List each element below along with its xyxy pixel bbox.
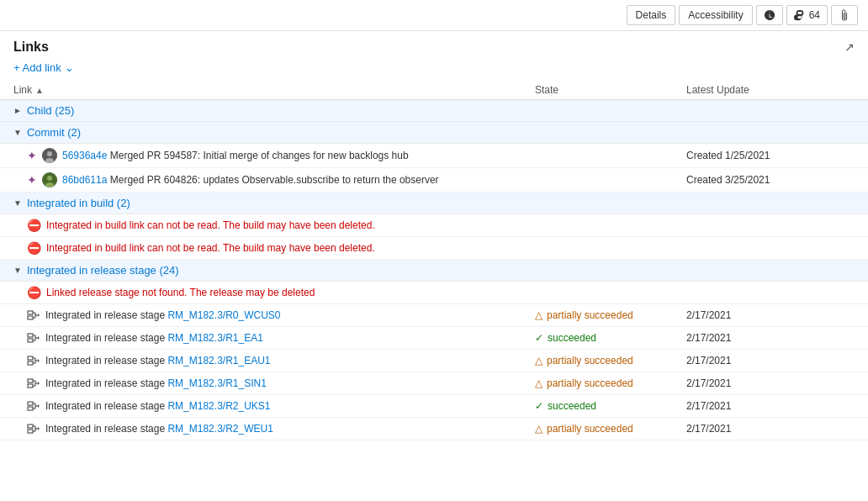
commit-date-2: Created 3/25/2021 bbox=[686, 174, 855, 186]
details-button[interactable]: Details bbox=[627, 5, 676, 25]
svg-rect-35 bbox=[28, 407, 33, 410]
svg-rect-21 bbox=[28, 361, 33, 365]
svg-rect-41 bbox=[28, 425, 33, 428]
table-content[interactable]: ► Child (25) ▼ Commit (2) ✦ bbox=[0, 100, 868, 494]
svg-marker-40 bbox=[38, 404, 40, 408]
svg-rect-28 bbox=[28, 384, 33, 388]
commit-date-1: Created 1/25/2021 bbox=[686, 150, 855, 161]
table-row: Integrated in release stage RM_M182.3/R2… bbox=[0, 395, 868, 418]
release-link-3[interactable]: RM_M182.3/R1_EAU1 bbox=[167, 355, 270, 367]
table-row: Integrated in release stage RM_M182.3/R1… bbox=[0, 372, 868, 395]
add-link-label: + Add link bbox=[13, 61, 61, 74]
chevron-down-icon[interactable]: ▼ bbox=[13, 198, 22, 208]
commit-text-2: 86bd611a Merged PR 604826: updates Obser… bbox=[62, 174, 439, 186]
commit-icon: ✦ bbox=[27, 173, 37, 187]
toolbar: Details Accessibility 64 bbox=[0, 0, 868, 31]
release-link-cell-1: Integrated in release stage RM_M182.3/R0… bbox=[13, 309, 535, 322]
release-link-1[interactable]: RM_M182.3/R0_WCUS0 bbox=[167, 309, 280, 321]
link-count: 64 bbox=[809, 9, 820, 21]
error-icon-release: ⛔ bbox=[27, 286, 41, 299]
svg-point-1 bbox=[47, 151, 52, 156]
build-error-cell-1: ⛔ Integrated in build link can not be re… bbox=[13, 219, 535, 232]
expand-icon[interactable]: ↗ bbox=[844, 40, 855, 54]
release-link-4[interactable]: RM_M182.3/R1_SIN1 bbox=[167, 377, 266, 389]
svg-point-2 bbox=[45, 158, 54, 163]
group-row-build[interactable]: ▼ Integrated in build (2) bbox=[0, 192, 868, 214]
commit-hash-link-2[interactable]: 86bd611a bbox=[62, 174, 107, 186]
release-link-cell-3: Integrated in release stage RM_M182.3/R1… bbox=[13, 354, 535, 367]
svg-point-4 bbox=[47, 176, 52, 181]
release-date-4: 2/17/2021 bbox=[686, 377, 855, 389]
release-text-4: Integrated in release stage RM_M182.3/R1… bbox=[45, 377, 267, 389]
release-date-6: 2/17/2021 bbox=[686, 423, 855, 435]
release-date-3: 2/17/2021 bbox=[686, 355, 855, 367]
build-error-text-1: Integrated in build link can not be read… bbox=[46, 219, 375, 231]
table-row: Integrated in release stage RM_M182.3/R2… bbox=[0, 418, 868, 440]
group-row-release[interactable]: ▼ Integrated in release stage (24) bbox=[0, 260, 868, 282]
release-state-3: △ partially succeeded bbox=[535, 355, 686, 367]
table-row: ⛔ Integrated in build link can not be re… bbox=[0, 214, 868, 237]
svg-marker-19 bbox=[38, 336, 40, 340]
release-text-3: Integrated in release stage RM_M182.3/R1… bbox=[45, 355, 271, 367]
table-row: Integrated in release stage RM_M182.3/R0… bbox=[0, 304, 868, 327]
link-icon bbox=[794, 9, 806, 21]
links-button[interactable]: 64 bbox=[786, 5, 828, 25]
release-stage-icon bbox=[27, 399, 40, 413]
commit-hash-link-1[interactable]: 56936a4e bbox=[62, 150, 107, 161]
release-error-text: Linked release stage not found. The rele… bbox=[46, 287, 315, 298]
release-link-cell-2: Integrated in release stage RM_M182.3/R1… bbox=[13, 331, 535, 345]
svg-marker-33 bbox=[38, 382, 40, 385]
add-link-chevron: ⌄ bbox=[65, 61, 74, 74]
accessibility-button[interactable]: Accessibility bbox=[679, 5, 752, 25]
chevron-down-icon[interactable]: ▼ bbox=[13, 266, 22, 275]
chevron-right-icon[interactable]: ► bbox=[13, 106, 22, 115]
svg-rect-27 bbox=[28, 379, 33, 382]
col-state-header: State bbox=[535, 84, 686, 96]
history-icon bbox=[764, 9, 775, 21]
release-link-5[interactable]: RM_M182.3/R2_UKS1 bbox=[167, 400, 270, 412]
table-row: ⛔ Linked release stage not found. The re… bbox=[0, 282, 868, 304]
release-link-6[interactable]: RM_M182.3/R2_WEU1 bbox=[167, 423, 273, 435]
release-link-2[interactable]: RM_M182.3/R1_EA1 bbox=[167, 332, 262, 344]
table-header: Link ▲ State Latest Update bbox=[0, 81, 868, 100]
avatar-2 bbox=[42, 172, 57, 187]
group-row-commit[interactable]: ▼ Commit (2) bbox=[0, 122, 868, 144]
release-text-6: Integrated in release stage RM_M182.3/R2… bbox=[45, 423, 273, 435]
group-label-commit: Commit (2) bbox=[27, 126, 81, 139]
group-label-child: Child (25) bbox=[27, 104, 74, 117]
group-row-child[interactable]: ► Child (25) bbox=[0, 100, 868, 122]
release-stage-icon bbox=[27, 377, 40, 390]
add-link-button[interactable]: + Add link ⌄ bbox=[0, 60, 868, 81]
table-row: ✦ 56936a4e Merged PR 594587: Initial mer… bbox=[0, 144, 868, 168]
release-state-1: △ partially succeeded bbox=[535, 309, 686, 321]
attachment-button[interactable] bbox=[831, 5, 858, 25]
svg-rect-42 bbox=[28, 430, 33, 433]
release-state-6: △ partially succeeded bbox=[535, 423, 686, 435]
commit-icon: ✦ bbox=[27, 149, 37, 162]
table-row: ⛔ Integrated in build link can not be re… bbox=[0, 237, 868, 260]
release-link-cell-4: Integrated in release stage RM_M182.3/R1… bbox=[13, 377, 535, 390]
history-button[interactable] bbox=[756, 5, 783, 25]
release-stage-icon bbox=[27, 331, 40, 345]
release-text-5: Integrated in release stage RM_M182.3/R2… bbox=[45, 400, 271, 412]
commit-link-cell-1: ✦ 56936a4e Merged PR 594587: Initial mer… bbox=[13, 148, 535, 163]
release-stage-icon bbox=[27, 354, 40, 367]
svg-rect-14 bbox=[28, 339, 33, 342]
chevron-down-icon[interactable]: ▼ bbox=[13, 128, 22, 137]
svg-rect-20 bbox=[28, 356, 33, 360]
main-content: Links ↗ + Add link ⌄ Link ▲ State Latest… bbox=[0, 31, 868, 494]
release-date-1: 2/17/2021 bbox=[686, 309, 855, 321]
commit-text-1: 56936a4e Merged PR 594587: Initial merge… bbox=[62, 150, 409, 161]
commit-link-cell-2: ✦ 86bd611a Merged PR 604826: updates Obs… bbox=[13, 172, 535, 187]
svg-rect-13 bbox=[28, 334, 33, 337]
release-state-2: ✓ succeeded bbox=[535, 332, 686, 344]
release-stage-icon bbox=[27, 422, 40, 435]
release-link-cell-5: Integrated in release stage RM_M182.3/R2… bbox=[13, 399, 535, 413]
table-row: ✦ 86bd611a Merged PR 604826: updates Obs… bbox=[0, 168, 868, 192]
paperclip-icon bbox=[839, 9, 850, 21]
table-row: Integrated in release stage RM_M182.3/R1… bbox=[0, 350, 868, 372]
table-row: Integrated in release stage RM_M182.3/R1… bbox=[0, 327, 868, 350]
col-latest-update-header: Latest Update bbox=[686, 84, 855, 96]
build-error-cell-2: ⛔ Integrated in build link can not be re… bbox=[13, 241, 535, 255]
links-header: Links ↗ bbox=[0, 31, 868, 60]
